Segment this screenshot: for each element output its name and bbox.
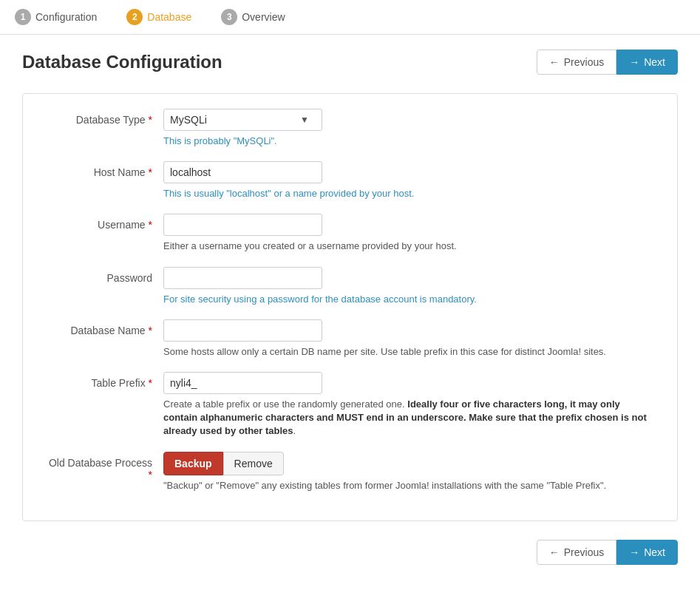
table-prefix-hint-part1: Create a table prefix or use the randoml… [163, 399, 405, 410]
footer-btn-group: Previous Next [537, 540, 678, 565]
password-input[interactable] [163, 267, 322, 289]
database-name-input[interactable] [163, 319, 322, 342]
host-name-required: * [149, 166, 152, 178]
nav-step-overview[interactable]: 3 Overview [221, 9, 285, 25]
footer-next-arrow-icon [629, 546, 639, 558]
database-type-required: * [149, 114, 152, 126]
step-num-configuration: 1 [15, 9, 31, 25]
username-input[interactable] [163, 214, 322, 236]
database-type-label: Database Type * [45, 109, 163, 126]
password-hint: For site security using a password for t… [163, 293, 655, 306]
header-prev-button[interactable]: Previous [537, 50, 616, 75]
database-type-hint: This is probably "MySQLi". [163, 135, 655, 148]
database-name-content: Some hosts allow only a certain DB name … [163, 319, 655, 359]
database-name-required: * [149, 325, 152, 336]
nav-step-database[interactable]: 2 Database [126, 9, 191, 25]
nav-step-configuration[interactable]: 1 Configuration [15, 9, 97, 25]
table-prefix-input[interactable] [163, 372, 322, 394]
footer-next-label: Next [644, 546, 665, 558]
host-name-hint: This is usually "localhost" or a name pr… [163, 187, 655, 200]
step-num-database: 2 [126, 9, 143, 25]
table-prefix-required: * [149, 377, 152, 389]
next-arrow-icon [629, 56, 639, 68]
table-prefix-label: Table Prefix * [45, 372, 163, 389]
prev-arrow-icon [549, 56, 560, 68]
table-prefix-content: Create a table prefix or use the randoml… [163, 372, 655, 438]
old-database-process-required: * [149, 469, 152, 481]
header-row: Database Configuration Previous Next [22, 50, 678, 75]
old-database-process-label: Old Database Process * [45, 452, 163, 481]
username-row: Username * Either a username you created… [45, 214, 655, 253]
database-name-row: Database Name * Some hosts allow only a … [45, 319, 655, 359]
password-row: Password For site security using a passw… [45, 267, 655, 306]
username-required: * [149, 219, 152, 231]
footer-prev-button[interactable]: Previous [537, 540, 616, 565]
page-title: Database Configuration [22, 52, 222, 72]
database-name-label: Database Name * [45, 319, 163, 336]
old-database-process-content: Backup Remove "Backup" or "Remove" any e… [163, 452, 655, 492]
host-name-content: This is usually "localhost" or a name pr… [163, 161, 655, 200]
footer-prev-arrow-icon [549, 546, 560, 558]
bottom-navigation: Previous Next [22, 540, 678, 565]
database-type-select-wrapper: MySQLi MySQL (PDO) PostgreSQL ▼ [163, 109, 655, 131]
footer-prev-label: Previous [564, 546, 604, 558]
host-name-input[interactable] [163, 161, 322, 183]
password-content: For site security using a password for t… [163, 267, 655, 306]
database-type-content: MySQLi MySQL (PDO) PostgreSQL ▼ This is … [163, 109, 655, 148]
old-database-process-row: Old Database Process * Backup Remove "Ba… [45, 452, 655, 492]
step-label-configuration: Configuration [35, 11, 97, 23]
header-prev-label: Previous [564, 56, 604, 68]
username-content: Either a username you created or a usern… [163, 214, 655, 253]
table-prefix-hint: Create a table prefix or use the randoml… [163, 398, 655, 438]
username-label: Username * [45, 214, 163, 231]
header-next-label: Next [644, 56, 665, 68]
host-name-label: Host Name * [45, 161, 163, 178]
database-type-row: Database Type * MySQLi MySQL (PDO) Postg… [45, 109, 655, 148]
password-label: Password [45, 267, 163, 284]
step-label-database: Database [147, 11, 191, 23]
remove-button[interactable]: Remove [223, 452, 284, 475]
step-num-overview: 3 [221, 9, 237, 25]
step-label-overview: Overview [242, 11, 285, 23]
form-container: Database Type * MySQLi MySQL (PDO) Postg… [22, 93, 678, 521]
database-type-select[interactable]: MySQLi MySQL (PDO) PostgreSQL [163, 109, 322, 131]
username-hint: Either a username you created or a usern… [163, 240, 655, 253]
header-next-button[interactable]: Next [616, 50, 678, 75]
header-btn-group: Previous Next [537, 50, 678, 75]
table-prefix-hint-end: . [293, 425, 296, 436]
main-content: Database Configuration Previous Next Dat… [0, 35, 700, 580]
backup-button[interactable]: Backup [163, 452, 223, 475]
host-name-row: Host Name * This is usually "localhost" … [45, 161, 655, 200]
old-database-process-hint: "Backup" or "Remove" any existing tables… [163, 479, 655, 492]
footer-next-button[interactable]: Next [616, 540, 678, 565]
database-name-hint: Some hosts allow only a certain DB name … [163, 345, 655, 359]
top-navigation: 1 Configuration 2 Database 3 Overview [0, 0, 700, 35]
old-database-process-buttons: Backup Remove [163, 452, 655, 475]
table-prefix-row: Table Prefix * Create a table prefix or … [45, 372, 655, 438]
